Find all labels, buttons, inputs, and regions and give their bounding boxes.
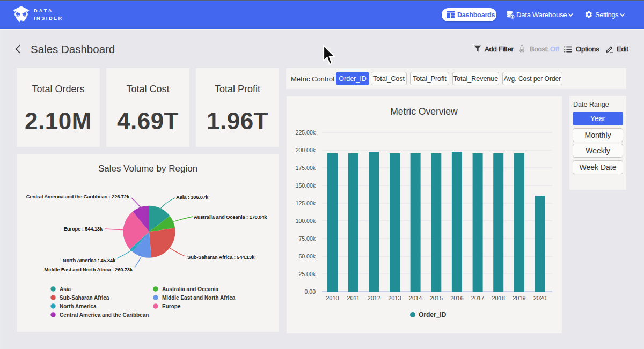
- svg-text:2019: 2019: [513, 295, 525, 301]
- svg-text:Central America and the Caribb: Central America and the Caribbean: [60, 312, 149, 318]
- svg-text:2011: 2011: [347, 295, 360, 301]
- svg-text:North America: North America: [60, 303, 97, 309]
- svg-text:100.00k: 100.00k: [296, 218, 316, 224]
- svg-text:Sub-Saharan Africa: Sub-Saharan Africa: [60, 295, 109, 301]
- svg-text:Central America and the Caribb: Central America and the Caribbean : 226.…: [26, 194, 130, 199]
- svg-text:Asia: Asia: [60, 286, 71, 292]
- svg-text:2015: 2015: [430, 295, 443, 301]
- svg-text:125.00k: 125.00k: [296, 200, 316, 206]
- svg-text:Asia : 306.07k: Asia : 306.07k: [176, 194, 209, 200]
- svg-text:2014: 2014: [409, 295, 422, 301]
- svg-text:2018: 2018: [492, 295, 504, 301]
- svg-text:25.00k: 25.00k: [298, 271, 316, 277]
- svg-text:2012: 2012: [368, 295, 380, 301]
- svg-text:50.00k: 50.00k: [298, 253, 316, 259]
- svg-text:150.00k: 150.00k: [296, 182, 316, 189]
- svg-text:Order_ID: Order_ID: [419, 311, 447, 318]
- svg-text:2020: 2020: [533, 295, 546, 301]
- svg-text:Middle East and North Africa :: Middle East and North Africa : 260.73k: [44, 266, 133, 272]
- svg-text:2017: 2017: [471, 295, 484, 301]
- svg-text:225.00k: 225.00k: [296, 129, 316, 136]
- svg-text:North America : 45.34k: North America : 45.34k: [63, 257, 116, 263]
- svg-text:0.00: 0.00: [305, 288, 316, 295]
- svg-text:Metric Overview: Metric Overview: [390, 106, 458, 117]
- svg-text:2013: 2013: [388, 295, 401, 301]
- svg-text:2010: 2010: [326, 295, 339, 301]
- svg-text:200.00k: 200.00k: [296, 147, 316, 153]
- svg-text:Australia and Oceania: Australia and Oceania: [162, 286, 218, 292]
- svg-text:Europe : 544.13k: Europe : 544.13k: [64, 226, 103, 232]
- svg-text:175.00k: 175.00k: [296, 165, 316, 171]
- svg-text:Middle East and North Africa: Middle East and North Africa: [162, 295, 236, 301]
- svg-text:2016: 2016: [450, 295, 463, 301]
- svg-text:Australia and Oceania : 170.04: Australia and Oceania : 170.04k: [194, 214, 267, 220]
- svg-text:75.00k: 75.00k: [298, 235, 316, 242]
- svg-text:Europe: Europe: [162, 303, 181, 309]
- svg-text:Sub-Saharan Africa : 544.13k: Sub-Saharan Africa : 544.13k: [187, 254, 255, 260]
